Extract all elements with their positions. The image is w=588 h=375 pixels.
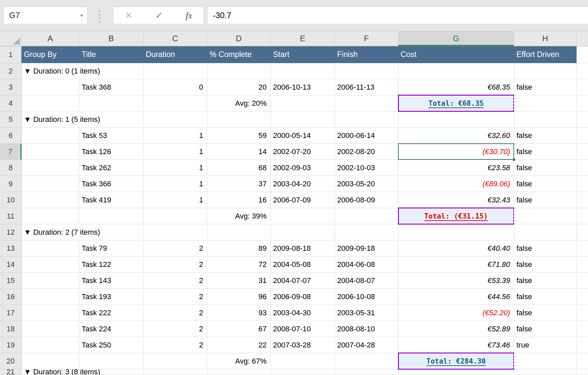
- header-cell-H1[interactable]: Effort Driven: [514, 46, 577, 63]
- cell-B16[interactable]: Task 193: [79, 289, 143, 305]
- row-header-6[interactable]: 6: [0, 128, 21, 144]
- cell-A11[interactable]: [21, 208, 79, 224]
- cell-B4[interactable]: [79, 95, 143, 111]
- row-header-14[interactable]: 14: [0, 256, 21, 273]
- row-header-10[interactable]: 10: [0, 192, 21, 208]
- cell-D5[interactable]: [208, 111, 271, 128]
- cell-A10[interactable]: [21, 192, 79, 208]
- cell-A4[interactable]: [21, 95, 79, 111]
- cell-C18[interactable]: 2: [143, 321, 207, 337]
- cell-A13[interactable]: [21, 240, 79, 256]
- cell-H17[interactable]: false: [514, 305, 577, 321]
- cell-C4[interactable]: [143, 95, 207, 111]
- cell-F16[interactable]: 2006-10-08: [335, 289, 398, 305]
- cell-E15[interactable]: 2004-07-07: [271, 273, 335, 289]
- cell-H2[interactable]: [514, 63, 577, 79]
- cell-B20[interactable]: [79, 353, 143, 369]
- cell-G19[interactable]: €73.46: [398, 337, 514, 353]
- row-header-17[interactable]: 17: [0, 305, 21, 321]
- cell-F4[interactable]: [335, 95, 398, 111]
- cell-C6[interactable]: 1: [143, 128, 207, 144]
- header-cell-D1[interactable]: % Complete: [207, 46, 271, 63]
- cell-D6[interactable]: 59: [207, 128, 271, 144]
- cell-H10[interactable]: false: [514, 192, 577, 208]
- header-cell-C1[interactable]: Duration: [143, 46, 207, 63]
- cell-F15[interactable]: 2004-08-07: [335, 273, 398, 289]
- cell-A14[interactable]: [21, 256, 79, 273]
- cell-D17[interactable]: 93: [207, 305, 271, 321]
- cell-C15[interactable]: 2: [143, 273, 207, 289]
- cell-A2-group-header[interactable]: ▼ Duration: 0 (1 items): [21, 63, 144, 79]
- cell-C11[interactable]: [143, 208, 207, 224]
- cell-F9[interactable]: 2003-05-20: [335, 176, 398, 192]
- cell-H3[interactable]: false: [514, 79, 577, 95]
- row-header-7[interactable]: 7: [0, 144, 21, 160]
- cell-H14[interactable]: false: [514, 256, 577, 273]
- cell-D9[interactable]: 37: [207, 176, 271, 192]
- cell-B3[interactable]: Task 368: [79, 79, 143, 95]
- cell-F19[interactable]: 2007-04-28: [335, 337, 398, 353]
- cell-F6[interactable]: 2000-06-14: [335, 128, 398, 144]
- cell-D12[interactable]: [208, 224, 271, 240]
- cell-H12[interactable]: [514, 224, 577, 240]
- column-header-E[interactable]: E: [271, 31, 335, 46]
- cell-C16[interactable]: 2: [143, 289, 207, 305]
- cell-E16[interactable]: 2006-09-08: [271, 289, 335, 305]
- cell-B7[interactable]: Task 126: [79, 144, 143, 160]
- cell-C12[interactable]: [144, 224, 208, 240]
- row-header-16[interactable]: 16: [0, 289, 21, 305]
- cell-G12[interactable]: [399, 224, 514, 240]
- cell-D13[interactable]: 89: [207, 240, 271, 256]
- cell-G15[interactable]: €53.39: [398, 273, 514, 289]
- cell-G10[interactable]: €32.43: [398, 192, 514, 208]
- row-header-21[interactable]: 21: [0, 369, 21, 375]
- cell-C10[interactable]: 1: [143, 192, 207, 208]
- cell-E10[interactable]: 2006-07-09: [271, 192, 335, 208]
- cell-E12[interactable]: [271, 224, 335, 240]
- cell-G21[interactable]: [399, 369, 514, 375]
- cell-G9[interactable]: (€89.06): [398, 176, 514, 192]
- row-header-19[interactable]: 19: [0, 337, 21, 353]
- cell-H19[interactable]: true: [514, 337, 577, 353]
- cell-D16[interactable]: 96: [207, 289, 271, 305]
- cell-B13[interactable]: Task 79: [79, 240, 143, 256]
- cell-E11[interactable]: [271, 208, 335, 224]
- cell-D21[interactable]: [208, 369, 271, 375]
- cell-G2[interactable]: [399, 63, 514, 79]
- cell-F7[interactable]: 2002-08-20: [335, 144, 398, 160]
- enter-icon[interactable]: ✓: [155, 10, 163, 21]
- cell-H20[interactable]: [514, 353, 577, 369]
- cell-E3[interactable]: 2006-10-13: [271, 79, 335, 95]
- cell-C14[interactable]: 2: [143, 256, 207, 273]
- header-cell-A1[interactable]: Group By: [21, 46, 79, 63]
- cell-A8[interactable]: [21, 160, 79, 176]
- cell-G8[interactable]: €23.58: [398, 160, 514, 176]
- cell-H15[interactable]: false: [514, 273, 577, 289]
- cell-B11[interactable]: [79, 208, 143, 224]
- cell-D7[interactable]: 14: [207, 144, 271, 160]
- column-header-A[interactable]: A: [21, 31, 79, 46]
- cell-E20[interactable]: [271, 353, 335, 369]
- cell-D10[interactable]: 16: [207, 192, 271, 208]
- cell-H7[interactable]: false: [514, 144, 577, 160]
- cell-F3[interactable]: 2006-11-13: [335, 79, 398, 95]
- cell-G16[interactable]: €44.56: [398, 289, 514, 305]
- cell-E4[interactable]: [271, 95, 335, 111]
- cancel-icon[interactable]: ✕: [125, 10, 133, 21]
- cell-A7[interactable]: [21, 144, 79, 160]
- column-header-D[interactable]: D: [207, 31, 271, 46]
- cell-H8[interactable]: false: [514, 160, 577, 176]
- cell-F2[interactable]: [335, 63, 399, 79]
- cell-G4-total[interactable]: Total: €68.35: [398, 95, 514, 111]
- row-header-15[interactable]: 15: [0, 273, 21, 289]
- cell-B6[interactable]: Task 53: [79, 128, 143, 144]
- cell-D14[interactable]: 72: [207, 256, 271, 273]
- cell-F13[interactable]: 2009-09-18: [335, 240, 398, 256]
- header-cell-G1[interactable]: Cost: [398, 46, 514, 63]
- formula-input[interactable]: -30.7: [207, 7, 588, 24]
- cell-G17[interactable]: (€52.20): [398, 305, 514, 321]
- cell-G5[interactable]: [399, 111, 514, 128]
- cell-B10[interactable]: Task 419: [79, 192, 143, 208]
- cell-H18[interactable]: false: [514, 321, 577, 337]
- cell-A20[interactable]: [21, 353, 79, 369]
